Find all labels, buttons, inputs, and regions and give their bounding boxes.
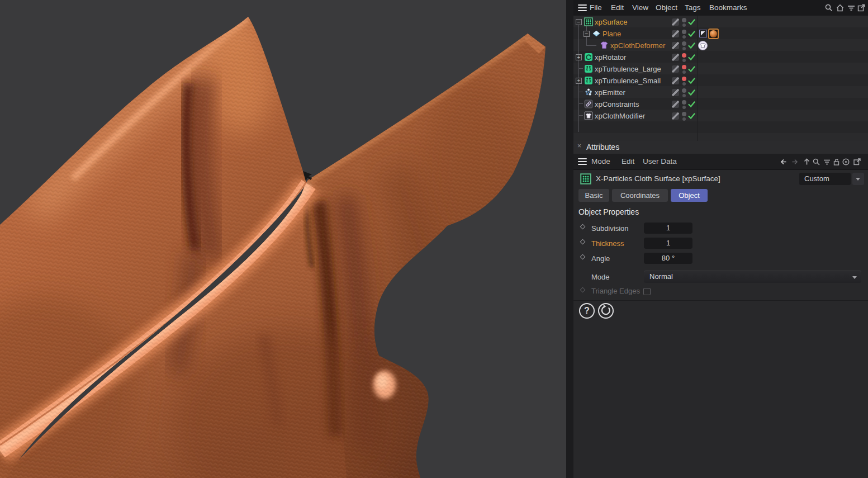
lock-icon[interactable] [832,158,841,166]
visibility-dot-render[interactable] [682,106,686,109]
visibility-dot-render[interactable] [682,23,686,27]
pop-out-icon[interactable] [853,158,861,166]
expand-toggle[interactable]: + [576,78,582,84]
home-icon[interactable] [836,3,845,12]
thickness-field[interactable]: 1 [644,238,692,249]
visibility-dot-editor[interactable] [682,30,686,34]
om-row-xpturbulence-large[interactable]: xpTurbulence_Large [573,63,868,75]
object-label[interactable]: xpEmitter [595,87,625,98]
reset-button[interactable] [598,303,614,319]
menu-tags[interactable]: Tags [685,0,701,16]
attr-menu-edit[interactable]: Edit [622,154,634,169]
back-icon[interactable] [780,158,789,166]
enabled-check-icon[interactable] [687,100,696,108]
search-icon[interactable] [824,3,833,12]
visibility-dot-editor[interactable] [682,88,686,93]
layer-icon[interactable] [672,18,679,26]
up-icon[interactable] [803,158,811,166]
om-row-xpconstraints[interactable]: xpConstraints [573,98,868,110]
om-row-xpemitter[interactable]: xpEmitter [573,87,868,98]
menu-bookmarks[interactable]: Bookmarks [709,0,747,16]
collapse-toggle[interactable]: − [576,19,582,25]
enabled-check-icon[interactable] [687,112,696,120]
om-row-xpclothdeformer[interactable]: xpClothDeformer [573,40,868,51]
menu-icon[interactable] [578,4,587,11]
visibility-dot-editor[interactable] [682,77,686,81]
filter-icon[interactable] [847,3,856,12]
menu-file[interactable]: File [590,0,602,16]
layer-icon[interactable] [672,89,679,96]
collapse-toggle[interactable]: − [584,31,590,37]
layer-icon[interactable] [672,101,679,108]
help-button[interactable]: ? [579,303,595,319]
om-row-plane[interactable]: − Plane [573,28,868,40]
keyframe-diamond-icon[interactable] [580,239,586,245]
subdivision-field[interactable]: 1 [644,223,692,234]
viewport-3d[interactable] [0,0,566,478]
angle-field[interactable]: 80 ° [644,253,692,264]
tab-object[interactable]: Object [671,189,708,202]
object-label[interactable]: xpTurbulence_Large [595,63,661,75]
expand-toggle[interactable]: + [576,54,582,60]
visibility-dot-editor[interactable] [682,18,686,22]
visibility-dot-editor[interactable] [682,53,686,58]
tab-basic[interactable]: Basic [578,189,609,202]
om-row-xpclothmodifier[interactable]: xpClothModifier [573,110,868,122]
visibility-dot-render[interactable] [682,94,686,97]
object-label[interactable]: xpSurface [595,16,628,28]
object-label[interactable]: xpTurbulence_Small [595,75,661,87]
menu-view[interactable]: View [632,0,648,16]
visibility-dot-render[interactable] [682,117,686,121]
texture-tag-icon[interactable] [708,29,719,39]
visibility-dot-editor[interactable] [682,65,686,69]
preset-caret-button[interactable] [852,173,864,185]
cloth-tag-icon[interactable] [698,41,708,50]
visibility-dot-render[interactable] [682,70,686,74]
target-icon[interactable] [842,158,850,166]
tab-coordinates[interactable]: Coordinates [612,189,668,202]
menu-icon[interactable] [578,158,587,165]
om-row-xpturbulence-small[interactable]: + xpTurbulence_Small [573,75,868,87]
layer-icon[interactable] [672,54,679,61]
object-label[interactable]: xpClothDeformer [610,40,665,51]
display-tag-icon[interactable] [699,30,707,37]
layer-icon[interactable] [672,77,679,84]
attr-menu-mode[interactable]: Mode [591,154,610,169]
enabled-check-icon[interactable] [687,88,696,97]
layer-icon[interactable] [672,112,679,120]
enabled-check-icon[interactable] [687,77,696,85]
enabled-check-icon[interactable] [687,18,696,26]
attr-menu-userdata[interactable]: User Data [643,154,677,169]
om-row-xprotator[interactable]: + xpRotator [573,51,868,63]
visibility-dot-editor[interactable] [682,100,686,105]
search-icon[interactable] [812,158,820,166]
mode-dropdown[interactable]: Normal [644,271,861,283]
visibility-dot-render[interactable] [682,59,686,62]
object-label[interactable]: xpClothModifier [595,110,645,122]
keyframe-diamond-icon[interactable] [580,254,586,260]
preset-dropdown[interactable]: Custom [799,173,851,185]
om-row-xpsurface[interactable]: − xpSurface [573,16,868,28]
layer-icon[interactable] [672,42,679,49]
keyframe-diamond-icon[interactable] [580,224,586,230]
pop-out-icon[interactable] [857,3,866,12]
layer-icon[interactable] [672,65,679,73]
panel-splitter[interactable] [566,0,573,478]
enabled-check-icon[interactable] [687,53,696,61]
visibility-dot-editor[interactable] [682,41,686,46]
object-label[interactable]: Plane [603,28,621,40]
enabled-check-icon[interactable] [687,30,696,38]
menu-edit[interactable]: Edit [611,0,624,16]
forward-icon[interactable] [790,158,798,166]
visibility-dot-render[interactable] [682,35,686,39]
visibility-dot-render[interactable] [682,82,686,86]
menu-object[interactable]: Object [656,0,677,16]
object-label[interactable]: xpConstraints [595,98,639,110]
enabled-check-icon[interactable] [687,65,696,73]
visibility-dot-render[interactable] [682,47,686,50]
layer-icon[interactable] [672,30,679,37]
enabled-check-icon[interactable] [687,41,696,50]
filter-icon[interactable] [823,158,831,166]
visibility-dot-editor[interactable] [682,112,686,116]
close-icon[interactable]: × [577,142,581,150]
